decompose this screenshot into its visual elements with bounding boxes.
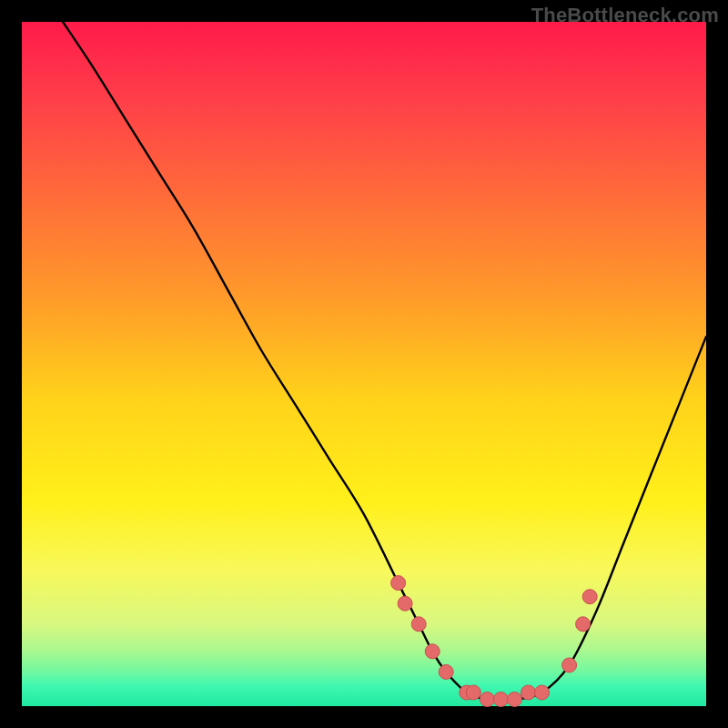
watermark-text: TheBottleneck.com (531, 4, 719, 27)
highlight-dot (480, 693, 494, 707)
highlight-dot (521, 685, 536, 700)
highlight-dot (425, 644, 440, 659)
chart-frame: TheBottleneck.com (0, 0, 728, 728)
highlight-dot (507, 693, 521, 707)
highlight-dot (562, 658, 577, 672)
highlight-dot (466, 685, 480, 700)
highlight-dots-group (391, 576, 598, 707)
highlight-dot (493, 693, 508, 707)
highlight-dot (398, 596, 412, 611)
bottleneck-curve (63, 22, 706, 700)
chart-svg (22, 22, 706, 706)
highlight-dot (535, 685, 550, 700)
highlight-dot (582, 590, 597, 604)
highlight-dot (411, 617, 426, 632)
highlight-dot (391, 576, 406, 591)
highlight-dot (439, 664, 453, 679)
highlight-dot (576, 617, 591, 632)
